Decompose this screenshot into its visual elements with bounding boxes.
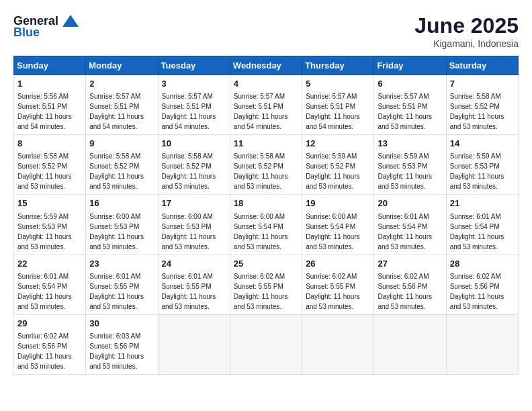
weekday-header: Wednesday: [230, 56, 302, 75]
logo: General Blue: [13, 13, 80, 40]
day-number: 29: [17, 318, 82, 330]
day-number: 5: [306, 78, 370, 90]
calendar-cell: 10 Sunrise: 5:58 AMSunset: 5:52 PMDaylig…: [158, 135, 230, 195]
calendar-cell: [158, 314, 230, 374]
day-info: Sunrise: 5:59 AMSunset: 5:53 PMDaylight:…: [450, 152, 504, 190]
calendar-cell: 12 Sunrise: 5:59 AMSunset: 5:52 PMDaylig…: [302, 135, 374, 195]
day-number: 24: [162, 258, 226, 270]
day-info: Sunrise: 6:02 AMSunset: 5:56 PMDaylight:…: [17, 332, 72, 370]
day-number: 19: [306, 197, 370, 210]
day-number: 15: [17, 197, 82, 210]
day-info: Sunrise: 6:00 AMSunset: 5:53 PMDaylight:…: [89, 213, 144, 250]
day-number: 16: [89, 197, 154, 210]
calendar-week-row: 22 Sunrise: 6:01 AMSunset: 5:54 PMDaylig…: [14, 255, 519, 314]
day-number: 3: [162, 78, 226, 90]
calendar-cell: 30 Sunrise: 6:03 AMSunset: 5:56 PMDaylig…: [86, 314, 158, 374]
day-number: 4: [234, 78, 298, 90]
day-info: Sunrise: 5:58 AMSunset: 5:52 PMDaylight:…: [162, 152, 216, 190]
calendar-cell: 27 Sunrise: 6:02 AMSunset: 5:56 PMDaylig…: [374, 255, 446, 314]
day-info: Sunrise: 5:58 AMSunset: 5:52 PMDaylight:…: [234, 152, 288, 190]
logo-blue-text: Blue: [13, 26, 40, 40]
day-info: Sunrise: 5:59 AMSunset: 5:53 PMDaylight:…: [17, 213, 72, 250]
calendar-cell: [446, 314, 518, 374]
day-number: 23: [89, 258, 154, 270]
day-number: 26: [306, 258, 370, 270]
calendar-cell: 25 Sunrise: 6:02 AMSunset: 5:55 PMDaylig…: [230, 255, 302, 314]
calendar-cell: 21 Sunrise: 6:01 AMSunset: 5:54 PMDaylig…: [446, 195, 518, 255]
day-info: Sunrise: 6:01 AMSunset: 5:55 PMDaylight:…: [89, 273, 144, 310]
day-number: 1: [17, 78, 82, 90]
calendar-cell: 26 Sunrise: 6:02 AMSunset: 5:55 PMDaylig…: [302, 255, 374, 314]
day-info: Sunrise: 6:02 AMSunset: 5:56 PMDaylight:…: [450, 273, 504, 310]
calendar-table: SundayMondayTuesdayWednesdayThursdayFrid…: [13, 56, 519, 375]
day-info: Sunrise: 6:03 AMSunset: 5:56 PMDaylight:…: [89, 332, 144, 370]
calendar-week-row: 8 Sunrise: 5:58 AMSunset: 5:52 PMDayligh…: [14, 135, 519, 195]
weekday-header: Thursday: [302, 56, 374, 75]
day-number: 28: [450, 258, 515, 270]
calendar-week-row: 15 Sunrise: 5:59 AMSunset: 5:53 PMDaylig…: [14, 195, 519, 255]
calendar-cell: 8 Sunrise: 5:58 AMSunset: 5:52 PMDayligh…: [14, 135, 86, 195]
day-number: 30: [89, 318, 154, 330]
calendar-cell: 7 Sunrise: 5:58 AMSunset: 5:52 PMDayligh…: [446, 75, 518, 135]
day-number: 17: [162, 197, 226, 210]
calendar-cell: 4 Sunrise: 5:57 AMSunset: 5:51 PMDayligh…: [230, 75, 302, 135]
calendar-cell: 5 Sunrise: 5:57 AMSunset: 5:51 PMDayligh…: [302, 75, 374, 135]
day-number: 22: [17, 258, 82, 270]
logo-icon: [61, 13, 80, 28]
day-info: Sunrise: 5:59 AMSunset: 5:52 PMDaylight:…: [306, 152, 360, 190]
day-info: Sunrise: 5:59 AMSunset: 5:53 PMDaylight:…: [378, 152, 432, 190]
weekday-header: Tuesday: [158, 56, 230, 75]
day-info: Sunrise: 5:57 AMSunset: 5:51 PMDaylight:…: [234, 93, 288, 130]
svg-marker-0: [62, 15, 79, 27]
day-number: 2: [89, 78, 154, 90]
day-info: Sunrise: 5:57 AMSunset: 5:51 PMDaylight:…: [306, 93, 360, 130]
calendar-cell: 6 Sunrise: 5:57 AMSunset: 5:51 PMDayligh…: [374, 75, 446, 135]
calendar-cell: 13 Sunrise: 5:59 AMSunset: 5:53 PMDaylig…: [374, 135, 446, 195]
day-number: 7: [450, 78, 515, 90]
day-number: 10: [162, 138, 226, 150]
day-number: 18: [234, 197, 298, 210]
day-number: 8: [17, 138, 82, 150]
calendar-cell: [302, 314, 374, 374]
calendar-cell: 2 Sunrise: 5:57 AMSunset: 5:51 PMDayligh…: [86, 75, 158, 135]
day-info: Sunrise: 5:57 AMSunset: 5:51 PMDaylight:…: [89, 93, 144, 130]
calendar-cell: [374, 314, 446, 374]
day-number: 6: [378, 78, 442, 90]
day-info: Sunrise: 6:00 AMSunset: 5:54 PMDaylight:…: [234, 213, 288, 250]
calendar-cell: 16 Sunrise: 6:00 AMSunset: 5:53 PMDaylig…: [86, 195, 158, 255]
month-title: June 2025: [414, 13, 519, 38]
weekday-header: Friday: [374, 56, 446, 75]
day-number: 14: [450, 138, 515, 150]
day-number: 12: [306, 138, 370, 150]
calendar-cell: 14 Sunrise: 5:59 AMSunset: 5:53 PMDaylig…: [446, 135, 518, 195]
calendar-cell: 19 Sunrise: 6:00 AMSunset: 5:54 PMDaylig…: [302, 195, 374, 255]
calendar-cell: 9 Sunrise: 5:58 AMSunset: 5:52 PMDayligh…: [86, 135, 158, 195]
page-header: General Blue June 2025 Kigamani, Indones…: [13, 13, 519, 49]
day-number: 27: [378, 258, 442, 270]
day-info: Sunrise: 6:02 AMSunset: 5:55 PMDaylight:…: [234, 273, 288, 310]
calendar-cell: 24 Sunrise: 6:01 AMSunset: 5:55 PMDaylig…: [158, 255, 230, 314]
calendar-cell: 11 Sunrise: 5:58 AMSunset: 5:52 PMDaylig…: [230, 135, 302, 195]
calendar-cell: 1 Sunrise: 5:56 AMSunset: 5:51 PMDayligh…: [14, 75, 86, 135]
calendar-cell: 23 Sunrise: 6:01 AMSunset: 5:55 PMDaylig…: [86, 255, 158, 314]
day-info: Sunrise: 5:56 AMSunset: 5:51 PMDaylight:…: [17, 93, 72, 130]
day-info: Sunrise: 5:57 AMSunset: 5:51 PMDaylight:…: [378, 93, 432, 130]
day-number: 9: [89, 138, 154, 150]
day-info: Sunrise: 5:58 AMSunset: 5:52 PMDaylight:…: [17, 152, 72, 190]
weekday-header: Monday: [86, 56, 158, 75]
day-info: Sunrise: 6:00 AMSunset: 5:54 PMDaylight:…: [306, 213, 360, 250]
calendar-cell: 20 Sunrise: 6:01 AMSunset: 5:54 PMDaylig…: [374, 195, 446, 255]
day-info: Sunrise: 5:58 AMSunset: 5:52 PMDaylight:…: [450, 93, 504, 130]
weekday-header: Saturday: [446, 56, 518, 75]
calendar-cell: 29 Sunrise: 6:02 AMSunset: 5:56 PMDaylig…: [14, 314, 86, 374]
calendar-cell: 15 Sunrise: 5:59 AMSunset: 5:53 PMDaylig…: [14, 195, 86, 255]
day-number: 11: [234, 138, 298, 150]
day-number: 20: [378, 197, 442, 210]
day-info: Sunrise: 6:01 AMSunset: 5:55 PMDaylight:…: [162, 273, 216, 310]
day-info: Sunrise: 6:02 AMSunset: 5:56 PMDaylight:…: [378, 273, 432, 310]
calendar-cell: [230, 314, 302, 374]
calendar-cell: 22 Sunrise: 6:01 AMSunset: 5:54 PMDaylig…: [14, 255, 86, 314]
weekday-header: Sunday: [14, 56, 86, 75]
day-info: Sunrise: 5:58 AMSunset: 5:52 PMDaylight:…: [89, 152, 144, 190]
day-info: Sunrise: 6:02 AMSunset: 5:55 PMDaylight:…: [306, 273, 360, 310]
